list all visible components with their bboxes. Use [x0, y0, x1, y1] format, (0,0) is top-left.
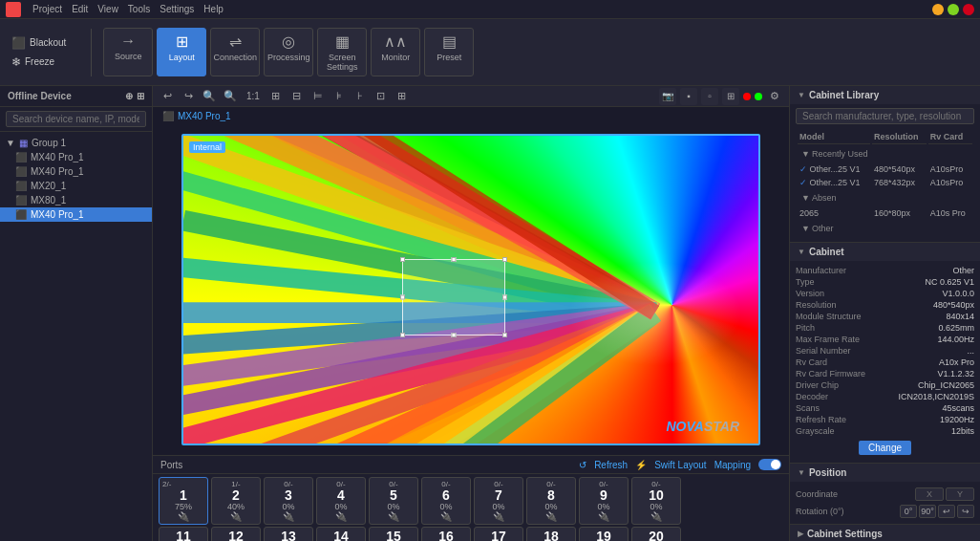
handle-bottom[interactable] — [451, 333, 456, 337]
nav-screen-settings[interactable]: ▦ Screen Settings — [317, 28, 367, 76]
handle-right[interactable] — [502, 295, 507, 300]
port-6[interactable]: 0/- 6 0% 🔌 — [421, 477, 471, 525]
nav-processing[interactable]: ◎ Processing — [264, 28, 313, 76]
grid-button[interactable]: ⊟ — [288, 88, 306, 105]
menu-help[interactable]: Help — [203, 4, 224, 14]
camera-button[interactable]: 📷 — [659, 88, 676, 105]
port-17[interactable]: 17 Backup — [474, 527, 523, 541]
handle-top[interactable] — [451, 257, 456, 262]
port-13[interactable]: 13 Backup — [264, 527, 313, 541]
port-12[interactable]: 12 Backup — [211, 527, 261, 541]
change-button[interactable]: Change — [859, 441, 911, 455]
align-center[interactable]: ⊧ — [330, 88, 348, 105]
rot-90[interactable]: 90° — [919, 505, 936, 518]
port-8-num: 8 — [547, 488, 555, 502]
distribute-h[interactable]: ⊡ — [373, 88, 390, 105]
distribute-v[interactable]: ⊞ — [394, 88, 411, 105]
port-1[interactable]: 2/- 1 75% 🔌 — [159, 477, 208, 525]
position-header[interactable]: ▼ Position — [790, 464, 980, 482]
undo-button[interactable]: ↩ — [159, 88, 176, 105]
handle-bottom-right[interactable] — [502, 333, 507, 337]
port-9[interactable]: 0/- 9 0% 🔌 — [579, 477, 628, 525]
options-icon[interactable]: ⊞ — [137, 91, 144, 101]
handle-top-left[interactable] — [400, 257, 405, 262]
rotation-row: Rotation (0°) 0° 90° ↩ ↪ — [796, 503, 974, 520]
align-left[interactable]: ⊨ — [309, 88, 327, 105]
swift-label[interactable]: Swift Layout — [654, 460, 706, 470]
screen-preview[interactable]: Internal NOVASTAR — [181, 134, 760, 445]
port-8[interactable]: 0/- 8 0% 🔌 — [526, 477, 576, 525]
screen-selection[interactable] — [402, 259, 505, 336]
cabinet-row-recent-1[interactable]: ✓ Other...25 V1 480*540px A10sPro — [798, 163, 972, 175]
port-11[interactable]: 11 Backup — [159, 527, 208, 541]
menu-project[interactable]: Project — [32, 4, 62, 14]
zoom-in-button[interactable]: 🔍 — [222, 88, 239, 105]
view-split[interactable]: ▫ — [701, 88, 718, 105]
view-multi[interactable]: ⊞ — [722, 88, 739, 105]
menu-edit[interactable]: Edit — [72, 4, 88, 14]
port-15[interactable]: 15 Backup — [369, 527, 418, 541]
port-18[interactable]: 18 Backup — [526, 527, 576, 541]
nav-monitor[interactable]: ∧∧ Monitor — [371, 28, 420, 76]
fit-button[interactable]: ⊞ — [267, 88, 285, 105]
settings-button[interactable]: ⚙ — [766, 88, 783, 105]
rot-270[interactable]: ↪ — [957, 505, 974, 518]
align-right[interactable]: ⊦ — [352, 88, 369, 105]
sidebar-header-actions: ⊕ ⊞ — [125, 91, 144, 101]
port-5[interactable]: 0/- 5 0% 🔌 — [369, 477, 418, 525]
cabinet-library-header[interactable]: ▼ Cabinet Library — [790, 86, 980, 104]
tree-item-mx40-pro-1a[interactable]: ⬛ MX40 Pro_1 — [0, 150, 152, 164]
cabinet-row-absen-1[interactable]: 2065 160*80px A10s Pro — [798, 207, 972, 219]
menu-view[interactable]: View — [97, 4, 118, 14]
port-2[interactable]: 1/- 2 40% 🔌 — [211, 477, 261, 525]
prop-refresh-rate: Refresh Rate 19200Hz — [796, 414, 974, 425]
port-7[interactable]: 0/- 7 0% 🔌 — [474, 477, 523, 525]
blackout-button[interactable]: ⬛ Blackout — [8, 34, 70, 52]
handle-bottom-left[interactable] — [400, 333, 405, 337]
nav-layout[interactable]: ⊞ Layout — [157, 28, 206, 76]
cabinet-search-input[interactable] — [796, 108, 974, 124]
search-input[interactable] — [6, 111, 146, 127]
sidebar-left-header: Offline Device ⊕ ⊞ — [0, 86, 152, 107]
mapping-label[interactable]: Mapping — [714, 460, 751, 470]
cabinet-row-recent-2[interactable]: ✓ Other...25 V1 768*432px A10sPro — [798, 177, 972, 188]
nav-preset[interactable]: ▤ Preset — [424, 28, 474, 76]
tree-item-mx80[interactable]: ⬛ MX80_1 — [0, 193, 152, 207]
cabinet-header[interactable]: ▼ Cabinet — [790, 243, 980, 261]
handle-top-right[interactable] — [502, 257, 507, 262]
y-coordinate-input[interactable] — [946, 487, 974, 501]
refresh-label[interactable]: Refresh — [594, 460, 628, 470]
nav-connection[interactable]: ⇌ Connection — [210, 28, 260, 76]
port-3[interactable]: 0/- 3 0% 🔌 — [264, 477, 313, 525]
port-19[interactable]: 19 Backup — [579, 527, 628, 541]
rot-0[interactable]: 0° — [900, 505, 917, 518]
tree-item-mx40-selected[interactable]: ⬛ MX40 Pro_1 — [0, 207, 152, 222]
maximize-button[interactable] — [948, 4, 959, 15]
add-icon[interactable]: ⊕ — [125, 91, 133, 101]
port-15-num: 15 — [386, 530, 401, 541]
freeze-button[interactable]: ❄ Freeze — [8, 54, 70, 71]
port-4[interactable]: 0/- 4 0% 🔌 — [316, 477, 366, 525]
close-button[interactable] — [963, 4, 974, 15]
tree-item-mx20[interactable]: ⬛ MX20_1 — [0, 179, 152, 193]
zoom-out-button[interactable]: 🔍 — [201, 88, 218, 105]
port-20[interactable]: 20 Backup — [631, 527, 681, 541]
redo-button[interactable]: ↪ — [180, 88, 197, 105]
minimize-button[interactable] — [932, 4, 944, 15]
menu-tools[interactable]: Tools — [128, 4, 150, 14]
rot-180[interactable]: ↩ — [938, 505, 955, 518]
port-14[interactable]: 14 Backup — [316, 527, 366, 541]
menu-settings[interactable]: Settings — [160, 4, 194, 14]
port-16[interactable]: 16 Backup — [421, 527, 471, 541]
view-single[interactable]: ▪ — [680, 88, 697, 105]
tree-item-mx40-pro-1b[interactable]: ⬛ MX40 Pro_1 — [0, 164, 152, 179]
x-coordinate-input[interactable] — [915, 487, 944, 501]
cabinet-settings-header[interactable]: ▶ Cabinet Settings — [790, 525, 980, 541]
tree-group-header[interactable]: ▼ ▦ Group 1 — [0, 136, 152, 150]
mapping-toggle[interactable] — [758, 459, 781, 470]
nav-source[interactable]: → Source — [103, 28, 153, 76]
port-10[interactable]: 0/- 10 0% 🔌 — [631, 477, 681, 525]
handle-left[interactable] — [400, 295, 405, 300]
menu-bar: Project Edit View Tools Settings Help — [32, 4, 224, 14]
canvas-area[interactable]: ⬛ MX40 Pro_1 — [153, 107, 789, 455]
